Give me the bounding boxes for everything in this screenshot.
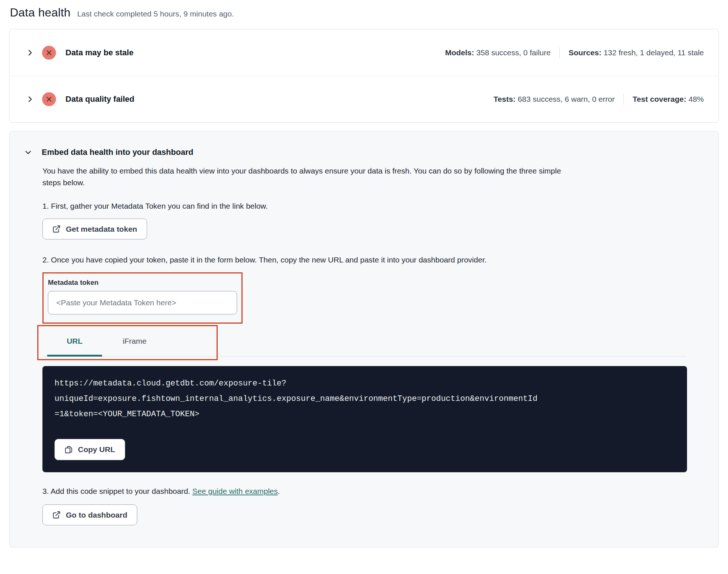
- go-to-dashboard-button[interactable]: Go to dashboard: [42, 504, 137, 525]
- page-title: Data health: [10, 6, 71, 19]
- error-status-icon: [42, 92, 56, 106]
- embed-format-tabs: URL iFrame: [42, 328, 702, 357]
- step-3-text: 3. Add this code snippet to your dashboa…: [42, 487, 702, 496]
- models-stat-value: 358 success, 0 failure: [476, 48, 551, 57]
- chevron-right-icon[interactable]: [26, 49, 34, 57]
- test-coverage-stat: Test coverage:48%: [633, 95, 704, 104]
- status-row-quality[interactable]: Data quality failed Tests:683 success, 6…: [10, 76, 718, 122]
- models-stat: Models:358 success, 0 failure: [445, 48, 551, 57]
- get-metadata-token-button[interactable]: Get metadata token: [42, 219, 147, 239]
- step-3-prefix: 3. Add this code snippet to your dashboa…: [42, 487, 192, 495]
- go-to-dashboard-label: Go to dashboard: [66, 511, 127, 519]
- chevron-right-icon[interactable]: [26, 95, 34, 103]
- stat-divider: [559, 47, 560, 58]
- embed-section-header[interactable]: Embed data health into your dashboard: [24, 148, 702, 157]
- embed-description: You have the ability to embed this data …: [42, 165, 566, 189]
- metadata-token-label: Metadata token: [48, 279, 236, 287]
- status-row-stale[interactable]: Data may be stale Models:358 success, 0 …: [10, 29, 718, 76]
- test-coverage-stat-label: Test coverage:: [633, 95, 686, 103]
- error-status-icon: [42, 46, 56, 60]
- test-coverage-stat-value: 48%: [688, 95, 704, 103]
- embed-section-card: Embed data health into your dashboard Yo…: [9, 131, 719, 548]
- copy-url-button[interactable]: Copy URL: [55, 439, 125, 460]
- copy-icon: [64, 446, 73, 454]
- status-row-label: Data quality failed: [65, 94, 134, 104]
- sources-stat: Sources:132 fresh, 1 delayed, 11 stale: [568, 48, 704, 57]
- get-metadata-token-label: Get metadata token: [66, 225, 137, 234]
- external-link-icon: [52, 225, 61, 233]
- stat-divider: [623, 94, 624, 105]
- chevron-down-icon[interactable]: [24, 148, 32, 156]
- copy-url-label: Copy URL: [78, 445, 115, 454]
- tests-stat-value: 683 success, 6 warn, 0 error: [518, 95, 615, 103]
- step-1-text: 1. First, gather your Metadata Token you…: [42, 202, 702, 210]
- tab-iframe[interactable]: iFrame: [102, 328, 167, 357]
- sources-stat-label: Sources:: [568, 48, 601, 57]
- embed-url-code-block: https://metadata.cloud.getdbt.com/exposu…: [42, 366, 687, 472]
- step-2-text: 2. Once you have copied your token, past…: [42, 256, 702, 264]
- code-line: uniqueId=exposure.fishtown_internal_anal…: [55, 391, 675, 407]
- tests-stat-label: Tests:: [494, 95, 515, 103]
- status-row-label: Data may be stale: [65, 48, 134, 57]
- code-line: =1&token=<YOUR_METADATA_TOKEN>: [55, 407, 675, 422]
- external-link-icon: [52, 511, 61, 519]
- tab-url[interactable]: URL: [47, 328, 102, 357]
- annotation-box-token-field: Metadata token: [42, 272, 243, 324]
- data-health-status-card: Data may be stale Models:358 success, 0 …: [9, 29, 719, 123]
- see-guide-link[interactable]: See guide with examples: [192, 487, 278, 495]
- metadata-token-input[interactable]: [48, 291, 237, 314]
- sources-stat-value: 132 fresh, 1 delayed, 11 stale: [604, 48, 704, 57]
- page-header: Data health Last check completed 5 hours…: [9, 6, 719, 19]
- models-stat-label: Models:: [445, 48, 474, 57]
- step-3-suffix: .: [278, 487, 280, 495]
- last-check-status: Last check completed 5 hours, 9 minutes …: [77, 10, 234, 18]
- tests-stat: Tests:683 success, 6 warn, 0 error: [494, 95, 615, 104]
- code-line: https://metadata.cloud.getdbt.com/exposu…: [55, 376, 675, 391]
- embed-section-title: Embed data health into your dashboard: [42, 148, 193, 157]
